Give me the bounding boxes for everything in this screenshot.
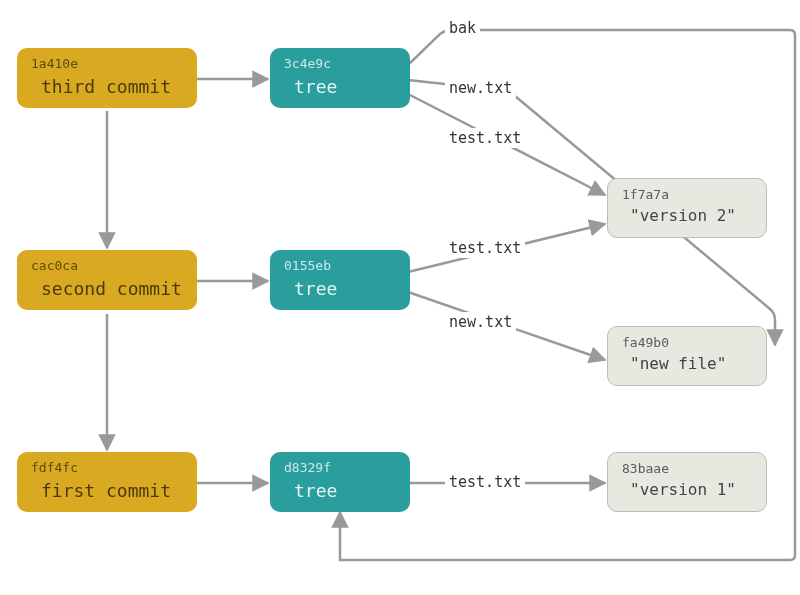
blob-label: "version 1" [622,478,752,501]
edge-label-test-txt: test.txt [445,128,525,148]
commit-node-third: 1a410e third commit [17,48,197,108]
commit-hash: fdf4fc [31,460,183,477]
edge-label-bak: bak [445,18,480,38]
commit-node-second: cac0ca second commit [17,250,197,310]
blob-node-newfile: fa49b0 "new file" [607,326,767,386]
blob-hash: 83baae [622,461,752,478]
commit-label: first commit [31,477,183,502]
blob-label: "version 2" [622,204,752,227]
tree-hash: 3c4e9c [284,56,396,73]
commit-hash: 1a410e [31,56,183,73]
tree-hash: d8329f [284,460,396,477]
edge-label-new-txt: new.txt [445,78,516,98]
tree-node-3c4e9c: 3c4e9c tree [270,48,410,108]
blob-label: "new file" [622,352,752,375]
blob-hash: fa49b0 [622,335,752,352]
commit-hash: cac0ca [31,258,183,275]
edge-label-test-txt: test.txt [445,472,525,492]
edge-label-test-txt: test.txt [445,238,525,258]
tree-label: tree [284,73,396,98]
commit-label: third commit [31,73,183,98]
tree-node-d8329f: d8329f tree [270,452,410,512]
blob-hash: 1f7a7a [622,187,752,204]
tree-hash: 0155eb [284,258,396,275]
tree-node-0155eb: 0155eb tree [270,250,410,310]
tree-label: tree [284,275,396,300]
blob-node-version1: 83baae "version 1" [607,452,767,512]
blob-node-version2: 1f7a7a "version 2" [607,178,767,238]
commit-node-first: fdf4fc first commit [17,452,197,512]
commit-label: second commit [31,275,183,300]
tree-label: tree [284,477,396,502]
edge-label-new-txt: new.txt [445,312,516,332]
